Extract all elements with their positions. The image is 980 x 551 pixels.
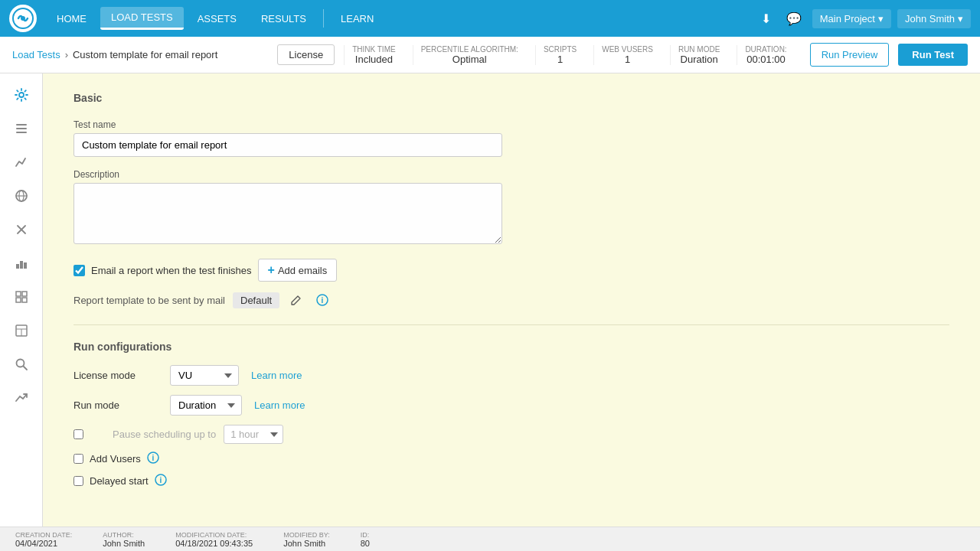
license-button[interactable]: License xyxy=(277,44,335,65)
delayed-start-row: Delayed start i xyxy=(74,474,949,488)
web-vusers-value: 1 xyxy=(625,54,630,65)
email-checkbox[interactable] xyxy=(74,265,85,276)
modified-by-value: John Smith xyxy=(283,539,330,548)
delayed-start-checkbox[interactable] xyxy=(74,476,83,486)
test-name-input[interactable] xyxy=(74,133,502,157)
app-logo[interactable] xyxy=(9,5,37,32)
download-icon-btn[interactable]: ⬇ xyxy=(756,8,776,29)
delayed-start-label: Delayed start xyxy=(90,475,149,487)
modification-date-group: MODIFICATION DATE: 04/18/2021 09:43:35 xyxy=(175,531,253,548)
svg-rect-16 xyxy=(16,298,21,302)
think-time-meta: THINK TIME Included xyxy=(344,45,403,65)
chat-icon-btn[interactable]: 💬 xyxy=(782,8,806,29)
sidebar-settings-icon[interactable] xyxy=(6,80,37,110)
test-name-label: Test name xyxy=(74,119,949,130)
sidebar-menu-icon[interactable] xyxy=(6,282,37,312)
svg-rect-14 xyxy=(16,292,21,296)
duration-label: DURATION: xyxy=(745,45,786,54)
svg-text:i: i xyxy=(152,454,154,462)
percentile-meta: PERCENTILE ALGORITHM: Optimal xyxy=(413,45,526,65)
nav-home[interactable]: HOME xyxy=(46,8,97,29)
sidebar-tools-icon[interactable] xyxy=(6,214,37,245)
add-vusers-row: Add Vusers i xyxy=(74,452,949,466)
scripts-label: SCRIPTS xyxy=(544,45,577,54)
modification-date-label: MODIFICATION DATE: xyxy=(175,531,253,539)
breadcrumb: Load Tests › Custom template for email r… xyxy=(12,49,268,60)
email-checkbox-label: Email a report when the test finishes xyxy=(91,265,252,276)
creation-date-value: 04/04/2021 xyxy=(15,539,72,548)
top-navigation: HOME LOAD TESTS ASSETS RESULTS LEARN ⬇ 💬… xyxy=(0,0,980,37)
duration-value: 00:01:00 xyxy=(746,54,786,65)
template-label: Report template to be sent by mail xyxy=(74,295,225,306)
sidebar-bar-chart-icon[interactable] xyxy=(6,248,37,279)
svg-rect-4 xyxy=(16,128,27,129)
svg-point-1 xyxy=(21,16,25,21)
svg-rect-12 xyxy=(20,261,23,269)
think-time-value: Included xyxy=(355,54,393,65)
add-vusers-info-icon[interactable]: i xyxy=(147,452,159,466)
pause-row: Pause scheduling up to 1 hour 2 hours 4 … xyxy=(74,425,949,444)
nav-assets[interactable]: ASSETS xyxy=(187,8,247,29)
svg-rect-17 xyxy=(22,298,27,302)
sub-header: Load Tests › Custom template for email r… xyxy=(0,37,980,73)
user-selector[interactable]: John Smith ▾ xyxy=(897,9,971,28)
sidebar-trending-icon[interactable] xyxy=(6,383,37,413)
run-test-button[interactable]: Run Test xyxy=(898,44,968,66)
id-value: 80 xyxy=(361,539,370,548)
sidebar-chart-icon[interactable] xyxy=(6,147,37,178)
pause-checkbox[interactable] xyxy=(74,429,83,439)
run-mode-learn-more[interactable]: Learn more xyxy=(254,399,305,411)
license-mode-label: License mode xyxy=(74,370,158,381)
run-preview-button[interactable]: Run Preview xyxy=(810,43,890,67)
pause-hour-select[interactable]: 1 hour 2 hours 4 hours xyxy=(224,425,283,444)
add-emails-button[interactable]: + Add emails xyxy=(258,259,338,282)
id-label: ID: xyxy=(361,531,370,539)
percentile-value: Optimal xyxy=(452,54,487,65)
run-mode-row: Run mode Duration Iterations Learn more xyxy=(74,395,949,416)
sidebar-table-icon[interactable] xyxy=(6,315,37,346)
run-mode-meta: RUN MODE Duration xyxy=(670,45,727,65)
run-config-title: Run configurations xyxy=(74,341,949,353)
nav-results[interactable]: RESULTS xyxy=(250,8,317,29)
scripts-meta: SCRIPTS 1 xyxy=(535,45,584,65)
web-vusers-label: WEB VUSERS xyxy=(602,45,653,54)
user-chevron-icon: ▾ xyxy=(958,13,963,24)
license-mode-select[interactable]: VU RPM xyxy=(170,365,239,386)
nav-divider xyxy=(323,9,324,28)
delayed-start-info-icon[interactable]: i xyxy=(155,474,167,488)
page-title: Custom template for email report xyxy=(73,49,217,60)
modified-by-label: MODIFIED BY: xyxy=(283,531,330,539)
template-info-button[interactable]: i xyxy=(313,291,332,309)
run-mode-config-label: Run mode xyxy=(74,399,158,411)
run-mode-label: RUN MODE xyxy=(678,45,720,54)
license-learn-more[interactable]: Learn more xyxy=(251,370,302,381)
sidebar-list-icon[interactable] xyxy=(6,113,37,144)
description-group: Description xyxy=(74,169,949,246)
license-mode-row: License mode VU RPM Learn more xyxy=(74,365,949,386)
nav-learn[interactable]: LEARN xyxy=(330,8,384,29)
sidebar-search-icon[interactable] xyxy=(6,349,37,380)
description-input[interactable] xyxy=(74,183,502,244)
add-vusers-checkbox[interactable] xyxy=(74,454,83,464)
main-layout: Basic Test name Description Email a repo… xyxy=(0,73,980,527)
email-checkbox-row: Email a report when the test finishes + … xyxy=(74,259,949,282)
author-value: John Smith xyxy=(103,539,145,548)
chevron-down-icon: ▾ xyxy=(878,13,884,24)
breadcrumb-separator: › xyxy=(65,49,68,60)
nav-load-tests[interactable]: LOAD TESTS xyxy=(100,7,184,30)
description-label: Description xyxy=(74,169,949,180)
footer: CREATION DATE: 04/04/2021 AUTHOR: John S… xyxy=(0,527,980,551)
plus-icon: + xyxy=(268,263,275,277)
svg-text:i: i xyxy=(159,476,162,484)
run-mode-select[interactable]: Duration Iterations xyxy=(170,395,242,416)
think-time-label: THINK TIME xyxy=(352,45,395,54)
breadcrumb-load-tests[interactable]: Load Tests xyxy=(12,49,60,60)
author-group: AUTHOR: John Smith xyxy=(103,531,145,548)
add-vusers-label: Add Vusers xyxy=(90,453,141,465)
creation-date-group: CREATION DATE: 04/04/2021 xyxy=(15,531,72,548)
sidebar-globe-icon[interactable] xyxy=(6,181,37,211)
template-edit-button[interactable] xyxy=(287,291,305,309)
template-row: Report template to be sent by mail Defau… xyxy=(74,291,949,309)
main-content: Basic Test name Description Email a repo… xyxy=(43,73,980,527)
project-selector[interactable]: Main Project ▾ xyxy=(812,9,891,28)
